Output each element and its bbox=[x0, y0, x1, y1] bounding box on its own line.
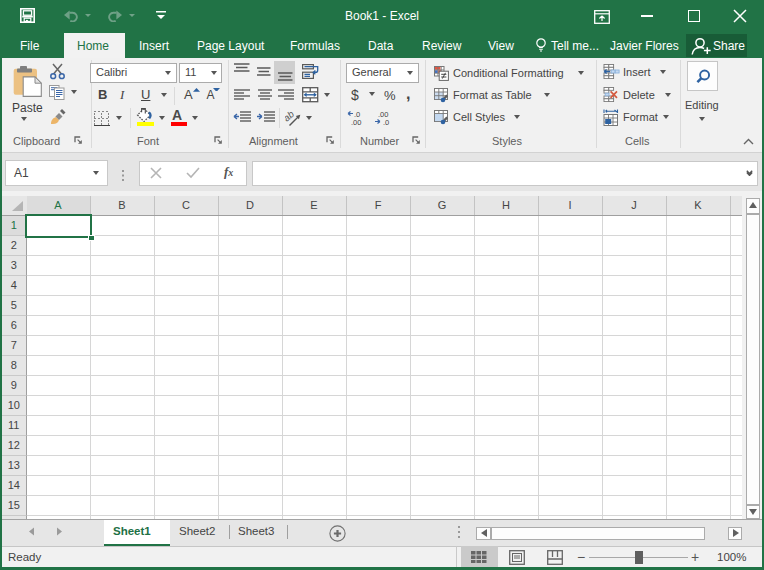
svg-text:.00: .00 bbox=[351, 118, 361, 126]
svg-text:.0: .0 bbox=[383, 118, 389, 126]
